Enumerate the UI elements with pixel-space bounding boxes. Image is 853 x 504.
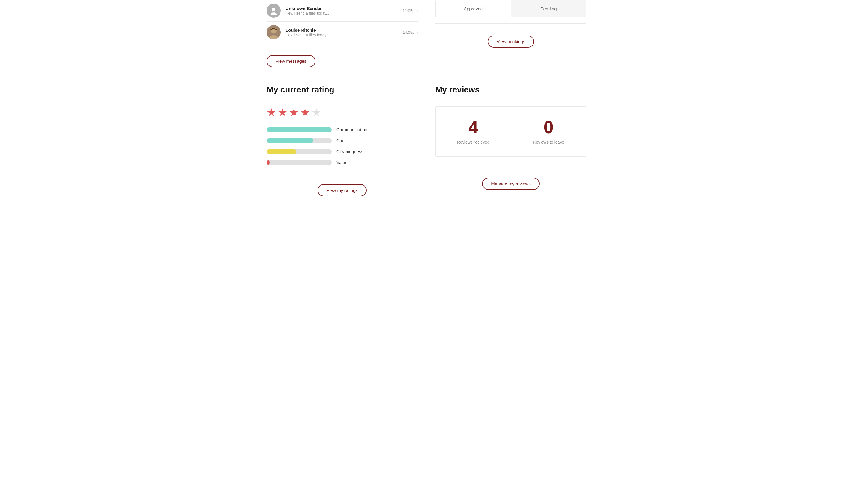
communication-label: Communication bbox=[336, 127, 367, 132]
cleanliness-track bbox=[267, 149, 332, 154]
rating-title: My current rating bbox=[267, 85, 417, 94]
reviews-to-leave-item: 0 Reviews to leave bbox=[511, 107, 586, 156]
pending-label: Pending bbox=[540, 6, 556, 11]
car-label: Car bbox=[336, 138, 343, 143]
svg-point-1 bbox=[271, 13, 277, 15]
sender-name-1: Unknown Sender bbox=[285, 6, 398, 11]
view-messages-button[interactable]: View messages bbox=[267, 55, 316, 67]
messages-panel: Unknown Sender Hey. I send a files today… bbox=[267, 0, 417, 67]
rating-bars: Communication Car Cleaningness bbox=[267, 127, 417, 165]
message-content-2: Louise Ritchie Hey. I send a files today… bbox=[285, 28, 398, 37]
approved-status: Approved bbox=[436, 0, 511, 17]
bookings-panel: Approved Pending View bookings bbox=[436, 0, 586, 67]
cleanliness-label: Cleaningness bbox=[336, 149, 363, 154]
manage-reviews-button[interactable]: Manage my reviews bbox=[482, 178, 539, 190]
communication-row: Communication bbox=[267, 127, 417, 132]
avatar-2 bbox=[267, 25, 281, 39]
message-content-1: Unknown Sender Hey. I send a files today… bbox=[285, 6, 398, 15]
car-track bbox=[267, 138, 332, 143]
sender-name-2: Louise Ritchie bbox=[285, 28, 398, 33]
pending-status: Pending bbox=[511, 0, 586, 17]
star-5: ★ bbox=[312, 106, 321, 119]
reviews-to-leave-label: Reviews to leave bbox=[517, 140, 581, 144]
star-3: ★ bbox=[289, 106, 299, 119]
star-4: ★ bbox=[300, 106, 310, 119]
reviews-stats: 4 Reviews recieved 0 Reviews to leave bbox=[436, 106, 586, 157]
star-2: ★ bbox=[278, 106, 287, 119]
value-label: Value bbox=[336, 160, 348, 165]
svg-point-0 bbox=[272, 8, 276, 11]
message-preview-1: Hey. I send a files today... bbox=[285, 11, 398, 15]
car-fill bbox=[267, 138, 313, 143]
communication-track bbox=[267, 127, 332, 132]
reviews-to-leave-number: 0 bbox=[517, 119, 581, 136]
reviews-received-label: Reviews recieved bbox=[442, 140, 505, 144]
bookings-status: Approved Pending bbox=[436, 0, 586, 17]
car-row: Car bbox=[267, 138, 417, 143]
reviews-received-item: 4 Reviews recieved bbox=[436, 107, 511, 156]
cleanliness-fill bbox=[267, 149, 297, 154]
message-item-2: Louise Ritchie Hey. I send a files today… bbox=[267, 22, 417, 43]
message-time-2: 14:05pm bbox=[403, 30, 417, 35]
rating-panel: My current rating ★ ★ ★ ★ ★ Communicatio… bbox=[267, 85, 417, 196]
star-1: ★ bbox=[267, 106, 276, 119]
cleanliness-row: Cleaningness bbox=[267, 149, 417, 154]
avatar-placeholder-1 bbox=[267, 3, 281, 18]
reviews-panel: My reviews 4 Reviews recieved 0 Reviews … bbox=[436, 85, 586, 196]
reviews-title: My reviews bbox=[436, 85, 586, 94]
value-row: Value bbox=[267, 160, 417, 165]
view-bookings-button[interactable]: View bookings bbox=[488, 36, 534, 48]
reviews-received-number: 4 bbox=[442, 119, 505, 136]
approved-label: Approved bbox=[464, 6, 483, 11]
message-time-1: 11:05pm bbox=[403, 8, 417, 13]
message-preview-2: Hey. I send a files today... bbox=[285, 33, 398, 37]
view-ratings-button[interactable]: View my ratings bbox=[318, 184, 367, 196]
message-item-1: Unknown Sender Hey. I send a files today… bbox=[267, 0, 417, 22]
stars-row: ★ ★ ★ ★ ★ bbox=[267, 106, 417, 119]
value-track bbox=[267, 160, 332, 165]
value-fill bbox=[267, 160, 269, 165]
communication-fill bbox=[267, 127, 332, 132]
